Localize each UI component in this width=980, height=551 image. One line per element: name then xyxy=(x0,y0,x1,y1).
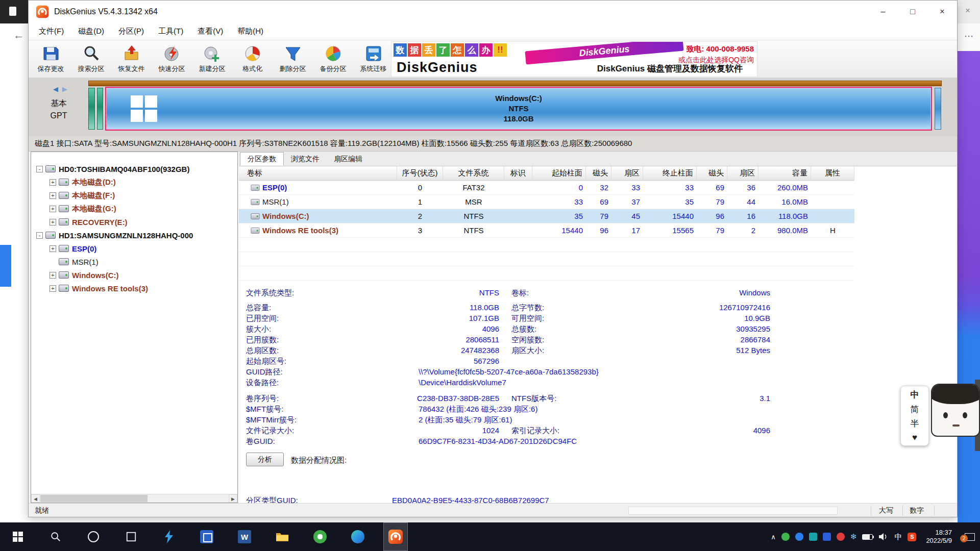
tree-item-recovery-e[interactable]: + RECOVERY(E:) xyxy=(31,215,128,229)
expand-icon[interactable]: + xyxy=(50,179,56,186)
tray-snowflake-icon[interactable]: ❄ xyxy=(850,532,857,541)
menu-help[interactable]: 帮助(H) xyxy=(230,23,271,39)
collapse-icon[interactable]: - xyxy=(36,166,43,172)
toolbar-label: 搜索分区 xyxy=(78,64,105,73)
toolbar-save-changes-button[interactable]: 保存更改 xyxy=(31,40,71,77)
tab-partition-params[interactable]: 分区参数 xyxy=(240,152,284,166)
ime-simplified[interactable]: 简 xyxy=(911,404,919,415)
table-row-windows-c[interactable]: Windows(C:) 2 NTFS 35 79 45 15440 96 16 … xyxy=(239,209,854,223)
toolbar-delete-partition-button[interactable]: 删除分区 xyxy=(273,40,313,77)
ime-mode-cn[interactable]: 中 xyxy=(911,389,919,400)
detail-row: 设备路径:\Device\HarddiskVolume7 xyxy=(239,378,958,389)
pinned-lightning-app[interactable] xyxy=(157,522,181,551)
banner-brand: DiskGenius xyxy=(397,60,478,76)
ime-status-card[interactable]: 中 简 半 ♥ xyxy=(900,386,929,446)
ime-indicator[interactable]: 中 xyxy=(894,532,902,542)
close-button[interactable]: × xyxy=(927,1,957,23)
toolbar-new-partition-button[interactable]: 新建分区 xyxy=(192,40,232,77)
tray-blue-icon[interactable] xyxy=(795,533,803,541)
cartoon-avatar xyxy=(931,384,980,437)
task-view-button[interactable] xyxy=(119,522,143,551)
detail-row: 簇大小:4096 总簇数:30935295 xyxy=(239,324,958,335)
tree-item-msr[interactable]: MSR(1) xyxy=(31,255,99,268)
windows-start-icon xyxy=(13,532,23,542)
tray-teal-icon[interactable] xyxy=(809,533,817,541)
detail-row: 已用簇数:28068511 空闲簇数:2866784 xyxy=(239,335,958,346)
menu-file[interactable]: 文件(F) xyxy=(32,23,71,39)
taskbar-diskgenius[interactable] xyxy=(383,522,408,551)
ime-heart-icon[interactable]: ♥ xyxy=(912,433,917,443)
partition-block-re-tools[interactable] xyxy=(935,88,941,130)
ime-widget[interactable]: 中 简 半 ♥ xyxy=(900,384,980,448)
menu-tools[interactable]: 工具(T) xyxy=(151,23,190,39)
tree-item-local-g[interactable]: + 本地磁盘(G:) xyxy=(31,202,116,215)
expand-icon[interactable]: + xyxy=(50,206,56,212)
table-row-windows-re[interactable]: Windows RE tools(3) 3 NTFS 15440 96 17 1… xyxy=(239,223,854,238)
scroll-left-icon[interactable]: ◀ xyxy=(31,494,40,503)
tree-item-esp[interactable]: + ESP(0) xyxy=(31,242,96,255)
battery-icon[interactable] xyxy=(862,534,873,540)
partition-block-windows-c[interactable]: Windows(C:) NTFS 118.0GB xyxy=(105,87,932,131)
quick-partition-icon xyxy=(163,44,181,63)
analyze-button[interactable]: 分析 xyxy=(246,453,284,466)
tree-horizontal-scrollbar[interactable]: ◀ ▶ xyxy=(31,494,237,503)
analysis-row: 分析 数据分配情况图: xyxy=(239,453,958,468)
taskbar-search-button[interactable] xyxy=(43,522,68,551)
menu-view[interactable]: 查看(V) xyxy=(190,23,230,39)
minimize-button[interactable]: – xyxy=(868,1,898,23)
pinned-green-browser[interactable] xyxy=(308,522,332,551)
tab-sector-edit[interactable]: 扇区编辑 xyxy=(327,152,370,166)
pinned-edge[interactable] xyxy=(346,522,370,551)
table-row-msr[interactable]: MSR(1) 1 MSR 33 69 37 35 79 44 16.0MB xyxy=(239,195,854,209)
tree-item-hd1[interactable]: - HD1:SAMSUNGMZNLN128HAHQ-000 xyxy=(31,229,193,242)
expand-icon[interactable]: + xyxy=(50,285,56,292)
maximize-button[interactable]: □ xyxy=(898,1,927,23)
tree-item-local-d[interactable]: + 本地磁盘(D:) xyxy=(31,176,116,189)
volume-icon xyxy=(251,213,260,219)
expand-icon[interactable]: + xyxy=(50,192,56,199)
tree-item-windows-c[interactable]: + Windows(C:) xyxy=(31,268,119,282)
scroll-right-icon[interactable]: ▶ xyxy=(229,494,237,503)
volume-icon xyxy=(251,199,260,205)
cortana-button[interactable] xyxy=(81,522,106,551)
disk-nav-left-icon[interactable]: ◀ xyxy=(53,85,58,93)
title-bar: DiskGenius V5.4.3.1342 x64 – □ × xyxy=(29,1,957,23)
notification-icon[interactable]: 2 xyxy=(965,533,975,541)
tab-browse-files[interactable]: 浏览文件 xyxy=(284,152,327,166)
pinned-blue-app[interactable] xyxy=(194,522,219,551)
scroll-thumb[interactable] xyxy=(40,495,148,502)
ad-banner[interactable]: 数 据 丢 了 怎 么 办 !! DiskGenius DiskGenius 致… xyxy=(391,41,757,77)
expand-icon[interactable]: + xyxy=(50,219,56,226)
tray-red-icon[interactable] xyxy=(837,533,845,541)
pinned-word[interactable]: W xyxy=(232,522,257,551)
tray-blue-square-icon[interactable] xyxy=(823,533,831,541)
clock[interactable]: 18:37 2022/5/9 xyxy=(926,529,952,545)
tree-item-local-f[interactable]: + 本地磁盘(F:) xyxy=(31,189,115,202)
table-row-esp[interactable]: ESP(0) 0 FAT32 0 32 33 33 69 36 260.0MB xyxy=(239,181,854,195)
volume-icon[interactable] xyxy=(878,533,889,541)
tray-green-icon[interactable] xyxy=(781,533,790,541)
toolbar-quick-partition-button[interactable]: 快速分区 xyxy=(152,40,192,77)
menu-disk[interactable]: 磁盘(D) xyxy=(71,23,111,39)
disk-nav-right-icon[interactable]: ▶ xyxy=(62,85,67,93)
tree-item-hd0[interactable]: - HD0:TOSHIBAMQ04ABF100(932GB) xyxy=(31,162,189,176)
toolbar-search-partition-button[interactable]: 搜索分区 xyxy=(71,40,111,77)
table-header[interactable]: 卷标 序号(状态) 文件系统 标识 起始柱面 磁头 扇区 终止柱面 磁头 扇区 … xyxy=(239,166,854,181)
partition-block-esp[interactable] xyxy=(88,88,95,130)
sogou-icon[interactable]: S xyxy=(908,533,916,541)
menu-partition[interactable]: 分区(P) xyxy=(111,23,151,39)
partition-block-msr[interactable] xyxy=(97,88,103,130)
detail-row: 起始扇区号:567296 xyxy=(239,357,958,367)
tray-expand-icon[interactable]: ∧ xyxy=(771,533,776,541)
toolbar-format-button[interactable]: 格式化 xyxy=(232,40,273,77)
start-button[interactable] xyxy=(6,522,30,551)
toolbar-recover-files-button[interactable]: 恢复文件 xyxy=(111,40,152,77)
toolbar-backup-partition-button[interactable]: 备份分区 xyxy=(313,40,353,77)
expand-icon[interactable]: + xyxy=(50,245,56,252)
ime-halfwidth[interactable]: 半 xyxy=(911,418,919,430)
tree-item-windows-re[interactable]: + Windows RE tools(3) xyxy=(31,282,148,295)
expand-icon[interactable]: + xyxy=(50,272,56,279)
pinned-file-explorer[interactable] xyxy=(270,522,295,551)
collapse-icon[interactable]: - xyxy=(36,232,43,239)
toolbar-system-migration-button[interactable]: 系统迁移 xyxy=(353,40,394,77)
